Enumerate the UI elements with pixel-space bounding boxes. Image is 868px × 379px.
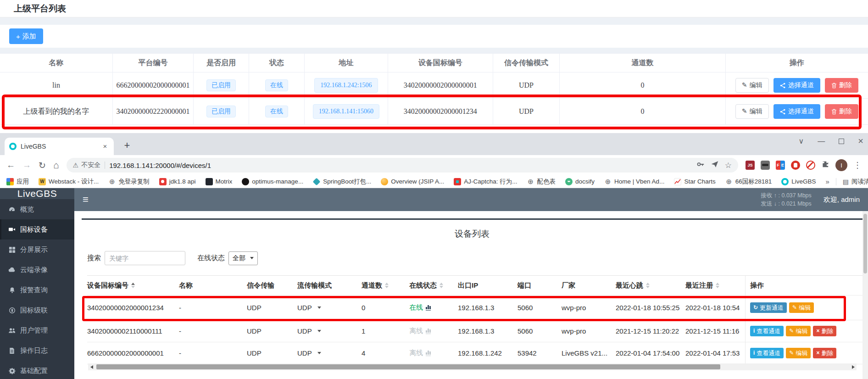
scroll-right-arrow[interactable] [850,363,857,370]
reading-list-button[interactable]: ▤阅读清单 [843,178,868,186]
window-menu-chevron-icon[interactable]: ∨ [799,137,804,145]
url-input[interactable]: ⚠ 不安全 192.168.1.141:20000/#/devices/1 ☆ [67,158,738,173]
tab-close-icon[interactable]: × [101,142,109,150]
bookmark-gb28181[interactable]: ⊕66国标28181 [725,178,772,186]
password-key-icon[interactable] [696,160,705,170]
close-window-icon[interactable]: × [858,136,863,146]
bookmarks-overflow-icon[interactable]: » [826,178,829,185]
sidebar-item-gb-cascade[interactable]: 国标级联 [0,300,74,320]
sort-icon[interactable] [440,283,443,288]
traffic-chart-icon[interactable] [426,329,431,334]
extension-js-icon[interactable]: JS [746,161,755,170]
update-channel-button[interactable]: ↻更新通道 [750,302,787,313]
bookmark-vben[interactable]: ⊕Home | Vben Ad... [604,178,664,185]
bookmark-star-icon[interactable]: ☆ [725,161,732,170]
sidebar-item-basic-config[interactable]: 基础配置 [0,361,74,379]
bookmark-jsip[interactable]: Overview (JSIP A... [381,178,444,185]
edit-button[interactable]: ✎编辑 [789,302,814,313]
edit-button[interactable]: ✎ 编辑 [735,78,769,93]
delete-button[interactable]: 删除 [825,104,858,119]
sidebar-item-gb-devices[interactable]: 国标设备 [0,219,74,240]
bookmark-apps[interactable]: 应用 [6,178,29,186]
delete-button[interactable]: ×删除 [813,326,836,337]
send-icon[interactable] [711,160,719,170]
bookmark-copy[interactable]: ⊕免登录复制 [108,178,150,186]
scrollbar-thumb[interactable] [863,214,867,273]
sidebar-toggle-icon[interactable]: ≡ [83,194,89,206]
edit-button[interactable]: ✎编辑 [786,326,811,337]
cell-vendor: LiveGBS v21... [562,342,616,364]
extension-blocker-hand-icon[interactable] [791,161,800,170]
sidebar-item-split-screen[interactable]: 分屏展示 [0,240,74,260]
bookmark-motrix[interactable]: Motrix [206,178,233,185]
bookmark-optimus[interactable]: optimus-manage... [242,178,303,185]
cell-name: lin [0,72,113,98]
extension-no-ads-icon[interactable] [806,161,815,170]
view-channel-button[interactable]: i查看通道 [750,348,784,359]
col-header-online-status[interactable]: 在线状态 [409,276,458,295]
plus-icon: + [16,33,20,40]
add-button[interactable]: + 添加 [9,28,43,44]
online-status-select[interactable]: 全部 [228,251,258,265]
view-channel-button[interactable]: i查看通道 [750,326,784,337]
horizontal-scrollbar[interactable] [88,363,857,370]
browser-menu-icon[interactable]: ⋮ [853,160,862,170]
device-table: 设备国标编号 名称 信令传输 流传输模式 通道数 在线状态 出口IP 端口 厂家… [87,275,862,364]
extension-mask-icon[interactable] [761,161,770,170]
col-header-gb-id[interactable]: 设备国标编号 [87,276,179,295]
home-icon[interactable]: ⌂ [53,160,59,171]
cell-stream-mode: UDP [297,342,362,364]
cell-channels: 0 [560,99,725,124]
profile-avatar[interactable]: I [835,159,847,171]
jdk-icon [159,178,167,185]
new-tab-button[interactable]: + [120,139,134,153]
sidebar-item-alarm-query[interactable]: 报警查询 [0,280,74,300]
col-header-registered[interactable]: 最近注册 [685,276,745,295]
bookmark-webstack[interactable]: WWebstack - 设计... [39,178,99,186]
scrollbar-thumb[interactable] [96,364,720,369]
chevron-down-icon[interactable] [317,352,321,354]
sidebar-item-operation-log[interactable]: 操作日志 [0,340,74,361]
sort-icon[interactable] [131,283,135,288]
vertical-scrollbar[interactable] [862,211,868,379]
chevron-down-icon[interactable] [317,330,321,332]
forward-icon[interactable]: → [22,160,31,170]
col-header-heartbeat[interactable]: 最近心跳 [616,276,685,295]
bookmark-colors[interactable]: ⊕配色表 [527,178,556,186]
sort-icon[interactable] [646,283,650,288]
select-channel-button[interactable]: 选择通道 [773,104,820,119]
share-icon [780,109,786,115]
browser-tab-livegbs[interactable]: LiveGBS × [5,138,114,155]
bookmark-jdk[interactable]: jdk1.8 api [159,178,196,185]
traffic-chart-icon[interactable] [426,305,431,311]
delete-button[interactable]: 删除 [825,78,858,93]
back-icon[interactable]: ← [6,160,15,170]
minimize-icon[interactable]: — [818,137,825,145]
traffic-chart-icon[interactable] [426,351,431,356]
motrix-icon [206,178,213,185]
select-channel-button[interactable]: 选择通道 [773,78,820,93]
sidebar-item-cloud-recording[interactable]: 云端录像 [0,260,74,280]
sort-icon[interactable] [385,283,389,288]
search-input[interactable] [105,251,185,265]
app-logo[interactable]: LiveGBS [0,188,74,199]
chevron-down-icon[interactable] [317,307,321,309]
scroll-left-arrow[interactable] [88,363,95,370]
sidebar-item-user-management[interactable]: 用户管理 [0,320,74,340]
sidebar-item-overview[interactable]: 概览 [0,199,74,219]
extensions-puzzle-icon[interactable] [821,160,829,170]
bookmark-livegbs[interactable]: LiveGBS [781,178,816,185]
sort-icon[interactable] [716,283,719,288]
delete-button[interactable]: ×删除 [813,348,836,359]
edit-button[interactable]: ✎编辑 [786,348,811,359]
bookmark-docsify[interactable]: docsify [565,178,595,185]
welcome-user[interactable]: 欢迎, admin [823,195,860,204]
col-header-channels[interactable]: 通道数 [362,276,409,295]
bookmark-springboot[interactable]: SpringBoot打包... [313,178,371,186]
edit-button[interactable]: ✎ 编辑 [735,104,769,119]
maximize-icon[interactable] [839,139,844,144]
bookmark-captcha[interactable]: AJ-Captcha: 行为... [454,178,517,186]
bookmark-starcharts[interactable]: Star Charts [674,178,715,185]
reload-icon[interactable]: ↻ [39,160,46,171]
extension-fe-icon[interactable]: FE [776,161,785,170]
